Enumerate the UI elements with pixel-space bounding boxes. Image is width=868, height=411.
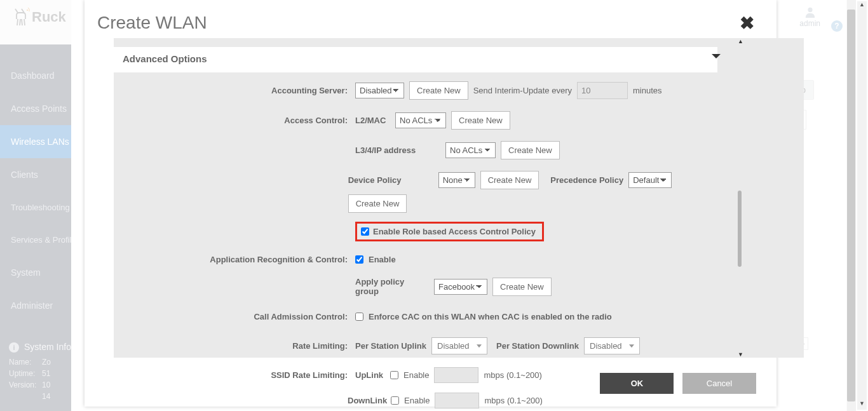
psu-label: Per Station Uplink <box>355 341 426 351</box>
create-new-policy-group-button[interactable]: Create New <box>492 278 552 296</box>
uplink-enable-label: Enable <box>403 370 429 380</box>
uplink-enable-checkbox[interactable] <box>390 371 398 379</box>
access-control-label: Access Control: <box>114 116 355 125</box>
close-icon[interactable]: ✖ <box>740 13 754 34</box>
rbac-checkbox[interactable] <box>361 227 369 236</box>
uplink-mbps-input[interactable] <box>434 367 478 383</box>
advanced-options-header[interactable]: Advanced Options <box>114 47 717 72</box>
apprec-enable-checkbox[interactable] <box>355 255 363 264</box>
create-new-precpol-button[interactable]: Create New <box>348 194 407 213</box>
vertical-scrollbar-outer2[interactable]: ▲ ▼ <box>857 1 867 410</box>
scroll-up-icon[interactable]: ▲ <box>738 38 743 44</box>
l34ip-label: L3/4/IP address <box>355 145 440 155</box>
cac-label: Call Admission Control: <box>114 312 355 321</box>
l34ip-select[interactable]: No ACLs <box>445 142 496 158</box>
create-new-l2mac-button[interactable]: Create New <box>451 111 510 130</box>
interim-label-2: minutes <box>633 86 662 95</box>
uplink-mbps-label: mbps (0.1~200) <box>484 370 541 380</box>
downlink-enable-label: Enable <box>404 396 430 405</box>
policy-group-select[interactable]: Facebook <box>434 279 487 295</box>
rbac-highlight: Enable Role based Access Control Policy <box>355 222 544 241</box>
wlan-form: Accounting Server: Disabled Create New S… <box>114 81 724 409</box>
downlink-mbps-label: mbps (0.1~200) <box>484 396 542 405</box>
apprec-label: Application Recognition & Control: <box>114 255 355 264</box>
psu-select[interactable]: Disabled <box>431 337 487 354</box>
modal-title: Create WLAN <box>85 0 776 33</box>
l2mac-select[interactable]: No ACLs <box>395 112 446 128</box>
cac-checkbox[interactable] <box>355 313 363 321</box>
create-wlan-modal: Create WLAN ✖ Advanced Options ▲ ▼ Accou… <box>85 0 776 407</box>
precedence-policy-select[interactable]: Default <box>628 172 672 188</box>
create-new-devpol-button[interactable]: Create New <box>480 171 539 189</box>
modal-scrollbar[interactable]: ▲ ▼ <box>738 38 742 358</box>
accounting-server-label: Accounting Server: <box>114 86 355 95</box>
ok-button[interactable]: OK <box>600 373 674 394</box>
cac-text: Enforce CAC on this WLAN when CAC is ena… <box>369 312 612 321</box>
create-new-l34ip-button[interactable]: Create New <box>501 141 560 159</box>
downlink-label: DownLink <box>348 396 386 405</box>
scroll-up-icon[interactable]: ▲ <box>857 1 867 11</box>
device-policy-select[interactable]: None <box>438 172 475 188</box>
accounting-server-select[interactable]: Disabled <box>355 83 404 98</box>
l2mac-label: L2/MAC <box>355 116 390 125</box>
uplink-label: UpLink <box>355 370 385 380</box>
policy-group-label: Apply policy group <box>355 277 429 296</box>
downlink-enable-checkbox[interactable] <box>391 396 399 405</box>
precedence-policy-label: Precedence Policy <box>550 175 623 185</box>
modal-body: Advanced Options ▲ ▼ Accounting Server: … <box>114 38 804 358</box>
scroll-thumb[interactable] <box>738 191 742 267</box>
ssid-rate-limiting-label: SSID Rate Limiting: <box>114 370 355 380</box>
cancel-button[interactable]: Cancel <box>682 373 756 394</box>
psd-label: Per Station Downlink <box>496 341 579 351</box>
rbac-label: Enable Role based Access Control Policy <box>373 227 536 236</box>
apprec-enable-label: Enable <box>369 255 396 264</box>
downlink-mbps-input[interactable] <box>435 393 479 408</box>
scroll-down-icon[interactable]: ▼ <box>738 351 743 358</box>
create-new-accounting-button[interactable]: Create New <box>409 81 468 100</box>
vertical-scrollbar-outer[interactable] <box>846 0 856 411</box>
chevron-down-icon[interactable] <box>711 52 721 62</box>
interim-input[interactable] <box>577 82 628 99</box>
device-policy-label: Device Policy <box>348 175 433 185</box>
interim-label-1: Send Interim-Update every <box>473 86 572 95</box>
rate-limiting-label: Rate Limiting: <box>114 341 355 351</box>
scroll-down-icon[interactable]: ▼ <box>857 400 867 410</box>
psd-select[interactable]: Disabled <box>584 337 640 354</box>
